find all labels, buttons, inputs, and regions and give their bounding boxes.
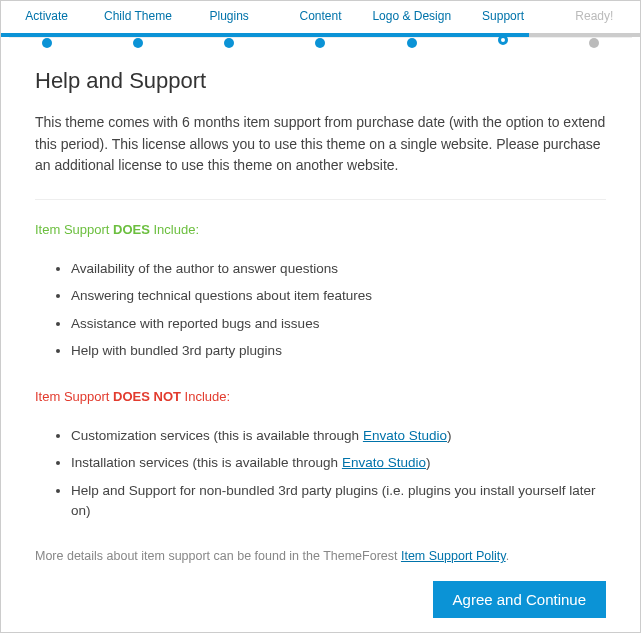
step-label: Ready! — [575, 9, 613, 23]
envato-studio-link[interactable]: Envato Studio — [363, 428, 447, 443]
step-label: Child Theme — [104, 9, 172, 23]
step-support[interactable]: Support — [457, 9, 548, 31]
list-item: Answering technical questions about item… — [71, 286, 606, 306]
list-item: Installation services (this is available… — [71, 453, 606, 473]
step-label: Support — [482, 9, 524, 23]
step-child-theme[interactable]: Child Theme — [92, 9, 183, 31]
step-dot-icon — [407, 38, 417, 48]
does-not-include-heading: Item Support DOES NOT Include: — [35, 389, 606, 404]
list-item: Help and Support for non-bundled 3rd par… — [71, 481, 606, 522]
list-item: Customization services (this is availabl… — [71, 426, 606, 446]
intro-text: This theme comes with 6 months item supp… — [35, 112, 606, 177]
step-dot-icon — [133, 38, 143, 48]
item-support-policy-link[interactable]: Item Support Polity — [401, 549, 506, 563]
actions: Agree and Continue — [35, 581, 606, 618]
step-ready: Ready! — [549, 9, 640, 31]
step-label: Activate — [25, 9, 68, 23]
step-dot-icon — [42, 38, 52, 48]
does-not-include-list: Customization services (this is availabl… — [35, 426, 606, 521]
more-details: More details about item support can be f… — [35, 549, 606, 563]
wizard-steps: Activate Child Theme Plugins Content Log… — [1, 1, 640, 31]
step-logo-design[interactable]: Logo & Design — [366, 9, 457, 31]
step-activate[interactable]: Activate — [1, 9, 92, 31]
step-label: Content — [299, 9, 341, 23]
step-dot-icon — [498, 35, 508, 45]
page-title: Help and Support — [35, 68, 606, 94]
does-include-heading: Item Support DOES Include: — [35, 222, 606, 237]
list-item: Assistance with reported bugs and issues — [71, 314, 606, 334]
list-item: Help with bundled 3rd party plugins — [71, 341, 606, 361]
content-panel: Help and Support This theme comes with 6… — [9, 37, 632, 633]
divider — [35, 199, 606, 200]
step-label: Logo & Design — [372, 9, 451, 23]
list-item: Availability of the author to answer que… — [71, 259, 606, 279]
step-label: Plugins — [210, 9, 249, 23]
agree-continue-button[interactable]: Agree and Continue — [433, 581, 606, 618]
envato-studio-link[interactable]: Envato Studio — [342, 455, 426, 470]
does-include-list: Availability of the author to answer que… — [35, 259, 606, 361]
step-plugins[interactable]: Plugins — [184, 9, 275, 31]
step-content[interactable]: Content — [275, 9, 366, 31]
